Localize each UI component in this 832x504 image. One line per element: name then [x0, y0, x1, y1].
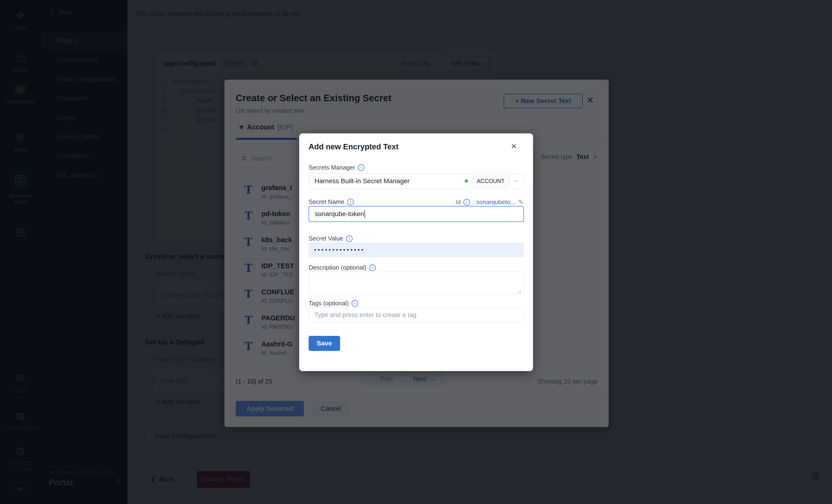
info-icon[interactable]: i: [346, 235, 353, 242]
resize-handle-icon[interactable]: [517, 289, 522, 293]
info-icon[interactable]: i: [347, 199, 354, 205]
secret-id-value[interactable]: : sonarqubeto...: [473, 198, 515, 206]
info-icon[interactable]: i: [358, 164, 365, 171]
tags-input[interactable]: [309, 308, 524, 322]
tags-label: Tags (optional) i: [309, 300, 358, 307]
secret-name-input[interactable]: sonarqube-token: [309, 206, 524, 222]
info-icon[interactable]: i: [352, 300, 358, 307]
status-dot: [465, 179, 468, 183]
secret-value-input[interactable]: ••••••••••••••: [309, 243, 524, 257]
chevron-down-icon: [513, 179, 518, 184]
save-button[interactable]: Save: [309, 336, 340, 351]
secret-value-label: Secret Value i: [309, 235, 353, 242]
info-icon[interactable]: i: [464, 199, 470, 205]
add-encrypted-text-dialog: Add new Encrypted Text ✕ Secrets Manager…: [299, 133, 533, 371]
secret-id-row: Id i : sonarqubeto... ✎: [456, 198, 524, 206]
secrets-manager-select[interactable]: Harness Built-in Secret Manager ACCOUNT: [309, 173, 524, 189]
text-caret: [365, 210, 365, 218]
edit-id-icon[interactable]: ✎: [518, 198, 524, 206]
description-textarea[interactable]: [309, 272, 524, 294]
info-icon[interactable]: i: [369, 264, 376, 271]
secret-name-label: Secret Name i: [309, 198, 354, 205]
dialog-title: Add new Encrypted Text: [309, 142, 398, 151]
scope-chip: ACCOUNT: [472, 176, 509, 187]
description-label: Description (optional) i: [309, 264, 376, 271]
secrets-manager-label: Secrets Manager i: [309, 164, 365, 171]
close-icon[interactable]: ✕: [511, 142, 517, 151]
